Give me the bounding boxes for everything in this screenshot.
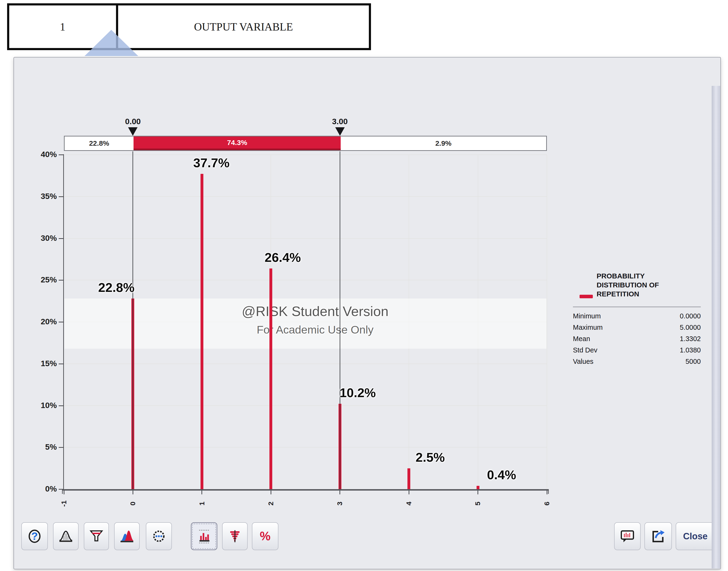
stat-row: Minimum0.0000 <box>573 310 701 322</box>
slider-region-selected: 74.3% <box>133 136 341 150</box>
watermark-line1: @RISK Student Version <box>242 303 388 319</box>
stat-row: Maximum5.0000 <box>573 322 701 333</box>
y-axis-tick <box>59 238 63 239</box>
y-axis-tick-label: 10% <box>28 401 57 410</box>
bar-value-label: 26.4% <box>265 250 301 265</box>
x-axis-line <box>62 489 549 490</box>
y-axis-line <box>63 154 64 490</box>
define-distribution-button[interactable] <box>53 522 79 550</box>
stat-value: 0.0000 <box>680 312 701 320</box>
y-axis-tick <box>59 363 63 364</box>
x-axis-tick <box>477 490 478 494</box>
stat-value: 1.0380 <box>680 346 701 354</box>
delimiter-line-left <box>132 151 133 489</box>
x-axis-tick-label: 4 <box>402 496 416 511</box>
x-axis-tick-label: 6 <box>540 496 554 511</box>
x-axis-right-end-tick <box>548 490 549 494</box>
help-button[interactable]: ? <box>21 522 48 550</box>
legend-series-label: PROBABILITY DISTRIBUTION OF REPETITION <box>597 271 672 299</box>
close-button[interactable]: Close <box>676 522 715 550</box>
stat-label: Std Dev <box>573 346 597 354</box>
slider-region-left: 22.8% <box>65 136 133 150</box>
percent-glyph: % <box>260 529 270 543</box>
x-axis-tick <box>340 490 340 494</box>
distribution-curve-icon <box>58 529 74 544</box>
x-axis-tick-label: 0 <box>126 496 140 511</box>
gear-icon <box>151 529 167 544</box>
chart-comment-icon <box>620 529 635 544</box>
slider-region-right: 2.9% <box>341 136 546 150</box>
bar-value-label: 0.4% <box>487 467 516 482</box>
stat-row: Std Dev1.0380 <box>573 344 701 356</box>
settings-button[interactable] <box>146 522 172 550</box>
y-axis-tick-label: 30% <box>28 233 57 243</box>
screen: 1 OUTPUT VARIABLE @RISK - Output: G57 PR… <box>0 0 728 571</box>
bar <box>200 174 203 489</box>
percent-icon: % <box>257 529 273 544</box>
overlay-curves-icon <box>119 529 135 544</box>
x-axis-tick-text: -1 <box>60 500 68 507</box>
x-axis-left-end-tick <box>62 490 63 494</box>
x-axis-tick-text: 3 <box>336 502 344 506</box>
x-axis-tick-text: 6 <box>543 502 551 506</box>
slider-right-value: 3.00 <box>332 117 348 126</box>
y-axis-tick-label: 0% <box>28 484 57 493</box>
y-axis-tick-label: 20% <box>28 317 57 326</box>
percent-format-button[interactable]: % <box>252 522 278 550</box>
y-axis-tick-label: 35% <box>28 192 57 201</box>
bar-value-label: 22.8% <box>98 280 134 295</box>
gridline-horizontal <box>65 447 547 448</box>
y-axis-tick <box>59 280 63 280</box>
x-axis-tick <box>408 490 410 494</box>
histogram-view-button[interactable] <box>191 522 217 550</box>
y-axis-tick-label: 15% <box>28 359 57 368</box>
slider-left-value: 0.00 <box>125 117 141 126</box>
filter-button[interactable] <box>84 522 109 550</box>
x-axis-tick-text: 1 <box>198 502 206 506</box>
filter-funnel-icon <box>89 529 104 544</box>
x-axis-tick-label: 5 <box>471 496 485 511</box>
y-axis-tick-label: 5% <box>28 442 57 452</box>
stat-row: Values5000 <box>573 356 701 367</box>
tornado-icon <box>227 529 243 544</box>
x-axis-tick-label: 1 <box>195 496 209 511</box>
stat-label: Values <box>573 358 594 365</box>
add-comment-button[interactable] <box>614 522 641 550</box>
stat-row: Mean1.3302 <box>573 333 701 344</box>
bar <box>476 486 479 489</box>
stats-table: Minimum0.0000Maximum5.0000Mean1.3302Std … <box>573 310 701 367</box>
tornado-view-button[interactable] <box>222 522 248 550</box>
y-axis-tick <box>59 322 63 322</box>
bar-value-label: 10.2% <box>340 385 376 400</box>
stat-value: 5000 <box>686 358 701 365</box>
x-axis-tick <box>132 490 133 494</box>
range-slider-bar: 22.8% 74.3% 2.9% <box>64 136 547 151</box>
comment-triangle-marker <box>85 30 138 56</box>
x-axis-tick-text: 2 <box>267 502 275 506</box>
sheet-cell-output-variable[interactable]: OUTPUT VARIABLE <box>118 5 369 48</box>
help-icon: ? <box>27 529 42 544</box>
x-axis-tick-label: 2 <box>264 496 278 511</box>
bar-value-label: 37.7% <box>193 155 230 170</box>
histogram-icon <box>196 529 212 544</box>
slider-marker-right-handle[interactable] <box>335 127 345 136</box>
gridline-vertical <box>547 155 547 489</box>
x-axis-tick <box>271 490 271 494</box>
y-axis-tick <box>59 447 63 448</box>
gridline-horizontal <box>65 196 547 197</box>
bar <box>407 468 410 489</box>
legend-series-swatch <box>579 295 593 298</box>
slider-marker-left-handle[interactable] <box>128 127 138 136</box>
export-button[interactable] <box>644 522 672 550</box>
gridline-horizontal <box>65 238 547 239</box>
x-axis-tick-text: 5 <box>474 502 482 506</box>
legend-separator <box>573 307 701 307</box>
watermark-line2: For Academic Use Only <box>257 323 374 336</box>
y-axis-tick-label: 40% <box>28 150 57 159</box>
stat-label: Mean <box>573 335 590 343</box>
x-axis-tick-label: 3 <box>333 496 347 511</box>
gridline-horizontal <box>65 406 547 406</box>
overlay-distributions-button[interactable] <box>114 522 140 550</box>
y-axis-tick-label: 25% <box>28 275 57 284</box>
vertical-scrollbar[interactable] <box>712 86 720 568</box>
